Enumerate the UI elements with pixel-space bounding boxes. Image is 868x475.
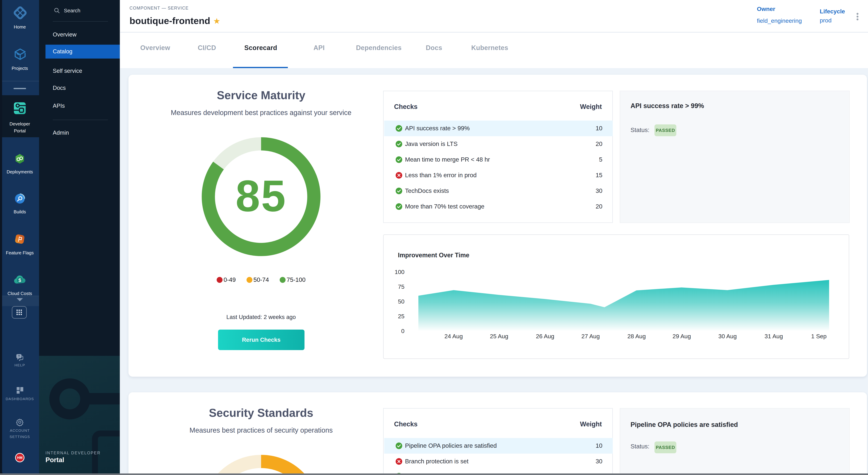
svg-text:$: $	[19, 277, 21, 283]
svg-text:?: ?	[18, 355, 20, 358]
svg-text:85: 85	[236, 171, 287, 221]
